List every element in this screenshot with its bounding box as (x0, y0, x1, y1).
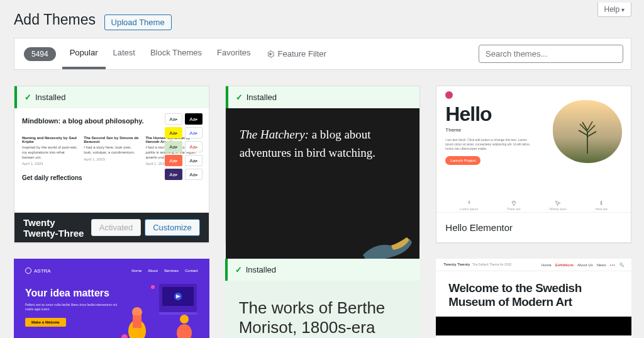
help-button[interactable]: Help (597, 3, 631, 17)
tab-popular[interactable]: Popular (62, 38, 106, 69)
theme-preview: ASTRA HomeAboutServicesContact Your idea… (14, 259, 209, 338)
theme-card[interactable]: ✓ Installed The Hatchery: a blog about a… (225, 86, 421, 243)
svg-rect-5 (159, 312, 197, 315)
svg-point-9 (177, 324, 192, 338)
check-icon: ✓ (236, 93, 243, 102)
check-icon: ✓ (235, 265, 242, 274)
theme-card[interactable]: ASTRA HomeAboutServicesContact Your idea… (14, 259, 209, 338)
check-icon: ✓ (25, 93, 31, 102)
theme-name: Twenty Twenty-Three (23, 217, 91, 239)
theme-count-badge: 5494 (24, 47, 56, 61)
theme-preview: The works of Berthe Morisot, 1800s-era (225, 281, 421, 338)
theme-preview: Aa▪ Aa▪ Aa▪ Aa▪ Aa▪ Aa• Aa▪ Aa▪ Aa▪ Aa• … (14, 108, 209, 212)
gear-icon (266, 50, 275, 59)
svg-point-10 (180, 315, 189, 324)
installed-badge: ✓ Installed (226, 86, 420, 108)
search-input[interactable] (479, 45, 623, 63)
theme-name: Hello Elementor (445, 222, 513, 233)
svg-rect-8 (133, 315, 142, 328)
theme-card[interactable]: ✓ Installed The works of Berthe Morisot,… (225, 259, 421, 338)
page-title: Add Themes (14, 11, 96, 28)
installed-badge: ✓ Installed (14, 86, 209, 108)
theme-preview: Twenty Twenty The Default Theme for 2020… (436, 259, 631, 338)
activated-button: Activated (91, 219, 141, 236)
svg-point-12 (151, 285, 155, 289)
theme-card[interactable]: ✓ Installed Aa▪ Aa▪ Aa▪ Aa▪ Aa▪ Aa• Aa▪ … (14, 86, 209, 243)
theme-preview: The Hatchery: a blog about adventures in… (226, 108, 420, 264)
feature-filter-label: Feature Filter (278, 49, 326, 59)
theme-card[interactable]: Hello Theme I am text block. Click edit … (436, 86, 631, 243)
feature-filter-button[interactable]: Feature Filter (258, 49, 334, 59)
upload-theme-button[interactable]: Upload Theme (104, 14, 172, 30)
installed-badge: ✓ Installed (225, 259, 421, 281)
tab-favorites[interactable]: Favorites (209, 38, 258, 69)
svg-point-11 (121, 334, 128, 338)
tab-block-themes[interactable]: Block Themes (143, 38, 209, 69)
filter-bar: 5494 Popular Latest Block Themes Favorit… (14, 38, 631, 70)
theme-preview: Hello Theme I am text block. Click edit … (436, 86, 631, 212)
tab-latest[interactable]: Latest (106, 38, 143, 69)
customize-button[interactable]: Customize (145, 219, 199, 236)
theme-card[interactable]: Twenty Twenty The Default Theme for 2020… (436, 259, 631, 338)
